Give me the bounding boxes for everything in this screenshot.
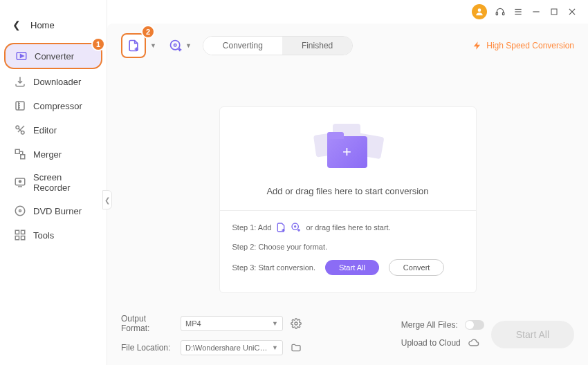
svg-rect-1 bbox=[496, 12, 497, 15]
sidebar-item-dvd-burner[interactable]: DVD Burner bbox=[4, 199, 102, 223]
drop-area-top: + Add or drag files here to start conver… bbox=[220, 107, 476, 210]
titlebar bbox=[461, 0, 588, 24]
nav-label: Compressor bbox=[33, 101, 82, 111]
step-2: Step 2: Choose your format. bbox=[232, 240, 463, 254]
output-format-label: Output Format: bbox=[121, 314, 174, 333]
start-all-main-button[interactable]: Start All bbox=[491, 321, 574, 348]
cloud-icon[interactable] bbox=[468, 337, 480, 349]
home-label: Home bbox=[30, 20, 55, 30]
add-files-dropdown[interactable]: ▼ bbox=[150, 42, 156, 49]
tab-finished[interactable]: Finished bbox=[282, 37, 352, 55]
nav-label: Tools bbox=[33, 230, 54, 241]
add-file-mini-icon bbox=[275, 222, 286, 233]
close-icon[interactable] bbox=[567, 7, 577, 17]
merge-toggle[interactable] bbox=[465, 320, 484, 330]
sidebar-item-editor[interactable]: Editor bbox=[4, 118, 102, 142]
svg-rect-26 bbox=[15, 236, 19, 240]
chevron-down-icon: ▼ bbox=[272, 344, 278, 351]
sidebar-item-tools[interactable]: Tools bbox=[4, 223, 102, 247]
svg-rect-25 bbox=[21, 230, 25, 234]
sidebar-item-compressor[interactable]: Compressor bbox=[4, 94, 102, 118]
nav-label: Converter bbox=[35, 51, 74, 62]
drop-area[interactable]: + Add or drag files here to start conver… bbox=[219, 106, 477, 293]
svg-rect-2 bbox=[503, 12, 504, 15]
merger-icon bbox=[14, 148, 26, 160]
convert-button[interactable]: Convert bbox=[389, 259, 445, 276]
high-speed-badge[interactable]: High Speed Conversion bbox=[472, 41, 574, 50]
output-format-select[interactable]: MP4 ▼ bbox=[181, 316, 283, 331]
step-3: Step 3: Start conversion. Start All Conv… bbox=[232, 259, 463, 276]
dvd-burner-icon bbox=[14, 205, 26, 217]
step1-suffix: or drag files here to start. bbox=[306, 223, 390, 232]
step3-text: Step 3: Start conversion. bbox=[232, 263, 315, 272]
add-dvd-mini-icon bbox=[291, 222, 302, 233]
back-icon: ❮ bbox=[12, 19, 21, 30]
svg-marker-11 bbox=[21, 55, 24, 58]
merge-label: Merge All Files: bbox=[401, 320, 458, 330]
maximize-icon[interactable] bbox=[549, 7, 559, 17]
sidebar-item-converter[interactable]: Converter 1 bbox=[4, 43, 102, 69]
collapse-sidebar-button[interactable]: ❮ bbox=[102, 190, 112, 209]
sidebar-item-downloader[interactable]: Downloader bbox=[4, 70, 102, 93]
step1-prefix: Step 1: Add bbox=[232, 223, 272, 232]
nav-label: Editor bbox=[33, 125, 57, 135]
svg-rect-24 bbox=[15, 230, 19, 234]
converter-icon bbox=[15, 50, 28, 62]
step-badge-1: 1 bbox=[91, 37, 105, 51]
high-speed-label: High Speed Conversion bbox=[486, 41, 574, 50]
editor-icon bbox=[14, 124, 26, 136]
svg-point-23 bbox=[19, 210, 21, 212]
svg-rect-17 bbox=[15, 149, 19, 153]
file-location-label: File Location: bbox=[121, 343, 174, 353]
svg-point-36 bbox=[292, 223, 298, 230]
nav-label: Merger bbox=[33, 149, 62, 160]
minimize-icon[interactable] bbox=[531, 7, 541, 17]
tab-converting[interactable]: Converting bbox=[203, 37, 282, 55]
svg-rect-7 bbox=[551, 9, 557, 15]
nav-label: Screen Recorder bbox=[33, 172, 93, 193]
svg-point-22 bbox=[15, 206, 25, 216]
tools-icon bbox=[14, 229, 26, 241]
svg-point-20 bbox=[19, 180, 21, 182]
toolbar: ▼ ▼ Converting Finished High Speed Conve… bbox=[107, 24, 588, 65]
folder-plus-icon: + bbox=[313, 124, 383, 174]
svg-point-30 bbox=[170, 41, 179, 50]
svg-point-31 bbox=[174, 44, 176, 46]
headset-icon[interactable] bbox=[495, 7, 505, 17]
file-location-select[interactable]: D:\Wondershare UniConverter 1 ▼ bbox=[181, 340, 283, 355]
tab-control: Converting Finished bbox=[203, 36, 353, 55]
nav-label: Downloader bbox=[33, 77, 81, 87]
home-button[interactable]: ❮ Home bbox=[0, 19, 107, 30]
add-files-button[interactable] bbox=[121, 33, 146, 58]
sidebar-item-merger[interactable]: Merger bbox=[4, 142, 102, 166]
main-panel: ▼ ▼ Converting Finished High Speed Conve… bbox=[107, 24, 588, 365]
screen-recorder-icon bbox=[14, 176, 26, 189]
settings-icon[interactable] bbox=[290, 317, 302, 330]
open-folder-icon[interactable] bbox=[290, 341, 302, 354]
svg-rect-27 bbox=[21, 236, 25, 240]
start-all-button[interactable]: Start All bbox=[325, 260, 379, 275]
svg-point-37 bbox=[295, 226, 296, 227]
sidebar-item-screen-recorder[interactable]: Screen Recorder bbox=[4, 167, 102, 198]
nav-label: DVD Burner bbox=[33, 206, 82, 216]
drop-message: Add or drag files here to start conversi… bbox=[231, 186, 465, 196]
menu-icon[interactable] bbox=[513, 7, 523, 17]
steps-panel: Step 1: Add or drag files here to start.… bbox=[220, 210, 476, 292]
add-dvd-button[interactable] bbox=[167, 37, 184, 54]
user-avatar[interactable] bbox=[472, 4, 487, 19]
add-dvd-dropdown[interactable]: ▼ bbox=[185, 42, 192, 49]
step-badge-2: 2 bbox=[141, 25, 155, 39]
upload-label: Upload to Cloud bbox=[401, 338, 461, 348]
svg-point-0 bbox=[478, 8, 481, 12]
bolt-icon bbox=[472, 41, 482, 50]
downloader-icon bbox=[14, 75, 26, 88]
file-location-value: D:\Wondershare UniConverter 1 bbox=[185, 344, 268, 352]
chevron-down-icon: ▼ bbox=[272, 320, 278, 327]
step-1: Step 1: Add or drag files here to start. bbox=[232, 221, 463, 234]
output-format-value: MP4 bbox=[185, 319, 201, 328]
svg-point-40 bbox=[295, 322, 297, 325]
footer: Output Format: MP4 ▼ File Location: D:\W… bbox=[121, 314, 574, 355]
sidebar: ❮ Home Converter 1 Downloader Compressor… bbox=[0, 0, 107, 365]
compressor-icon bbox=[14, 100, 26, 112]
svg-rect-18 bbox=[21, 155, 25, 159]
